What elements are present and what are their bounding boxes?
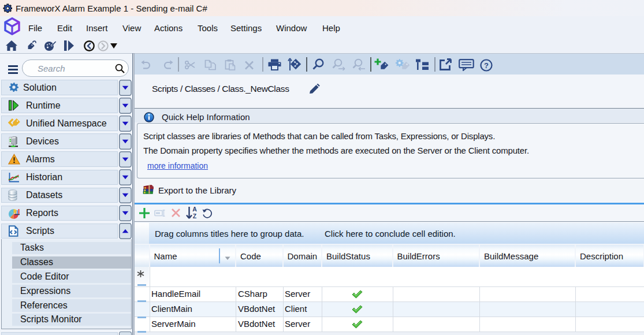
svg-text:Z: Z — [193, 213, 197, 219]
svg-text:?: ? — [484, 61, 489, 70]
svg-text:A: A — [192, 206, 197, 213]
